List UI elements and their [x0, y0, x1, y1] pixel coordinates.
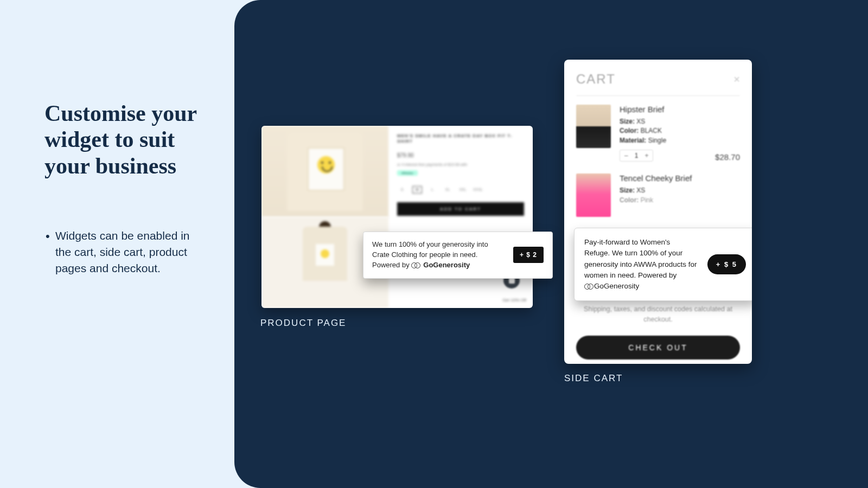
cart-item-name: Hipster Brief — [620, 105, 706, 114]
afterpay-badge: afterpay — [397, 170, 418, 176]
generosity-widget-product: We turn 100% of your generosity into Cra… — [363, 232, 553, 279]
donate-button[interactable]: + $ 5 — [707, 254, 746, 274]
size-option[interactable]: L — [427, 186, 437, 194]
cart-item-info: Tencel Cheeky Brief Size: XS Color: Pink — [620, 174, 740, 217]
cart-item-name: Tencel Cheeky Brief — [620, 174, 740, 183]
generosity-widget-cart: Pay-it-forward to Women's Refuge. We tur… — [574, 228, 752, 301]
widget-brand: GoGenerosity — [584, 282, 639, 290]
side-cart-mock: CART × Hipster Brief Size: XS Color: BLA… — [564, 60, 752, 364]
cart-header: CART × — [576, 72, 740, 87]
plus-icon[interactable]: + — [644, 152, 648, 159]
shipping-note: Shipping, taxes, and discount codes calc… — [576, 304, 740, 325]
cart-item-info: Hipster Brief Size: XS Color: BLACK Mate… — [620, 105, 706, 162]
close-icon[interactable]: × — [733, 73, 740, 86]
widget-text: We turn 100% of your generosity into Cra… — [372, 240, 506, 271]
product-page-mock: MEN'S SMILE HAVE A CRATE DAY BOX FIT T-S… — [261, 126, 533, 308]
cart-item-image — [576, 105, 611, 148]
quantity-stepper[interactable]: –1+ — [620, 150, 653, 162]
donate-button[interactable]: + $ 2 — [513, 247, 544, 263]
cart-item-price: $28.70 — [715, 152, 740, 162]
cart-item: Hipster Brief Size: XS Color: BLACK Mate… — [576, 105, 740, 162]
product-title: MEN'S SMILE HAVE A CRATE DAY BOX FIT T-S… — [397, 133, 524, 145]
add-to-cart-button[interactable]: ADD TO CART — [397, 202, 524, 216]
size-option[interactable]: XXXL — [473, 186, 483, 194]
left-panel: Customise your widget to suit your busin… — [0, 0, 234, 488]
feature-list: Widgets can be enabled in the cart, side… — [44, 228, 205, 276]
divider — [576, 95, 740, 96]
widget-text: Pay-it-forward to Women's Refuge. We tur… — [584, 237, 698, 292]
interest-free-text: or 4 interest-free payments of $19.98 wi… — [397, 163, 524, 166]
size-option[interactable]: M — [412, 186, 422, 194]
page-heading: Customise your widget to suit your busin… — [44, 100, 205, 179]
cart-item: Tencel Cheeky Brief Size: XS Color: Pink — [576, 174, 740, 217]
size-option[interactable]: S — [397, 186, 407, 194]
side-cart-label: SIDE CART — [564, 373, 623, 384]
product-price: $79.90 — [397, 152, 524, 158]
size-option[interactable]: XL — [443, 186, 452, 194]
right-panel: MEN'S SMILE HAVE A CRATE DAY BOX FIT T-S… — [234, 0, 868, 488]
minus-icon[interactable]: – — [624, 152, 628, 159]
gogenerosity-icon — [411, 262, 421, 268]
product-page-label: PRODUCT PAGE — [260, 318, 346, 329]
product-images — [261, 126, 388, 308]
promo-text: Get 10% Off — [502, 298, 526, 303]
feature-bullet: Widgets can be enabled in the cart, side… — [55, 228, 205, 276]
product-image-front — [261, 126, 388, 217]
checkout-button[interactable]: CHECK OUT — [576, 336, 740, 359]
gogenerosity-icon — [584, 284, 594, 289]
cart-title: CART — [576, 72, 616, 87]
cart-item-image — [576, 174, 611, 217]
size-selector[interactable]: S M L XL XXL XXXL — [397, 186, 524, 194]
size-option[interactable]: XXL — [458, 186, 468, 194]
widget-brand: GoGenerosity — [411, 260, 470, 271]
